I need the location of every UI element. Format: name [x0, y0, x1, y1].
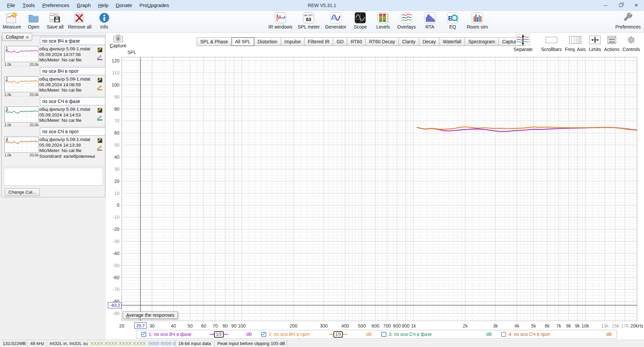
- trace-style-control[interactable]: [97, 55, 102, 60]
- measurement-number: 4: [6, 137, 8, 142]
- svg-text:60: 60: [201, 323, 207, 329]
- measurement-thumbnail[interactable]: 1 1,0k 20,0k: [4, 46, 39, 66]
- measurement-file: общ фильтр 5.09-1.mdat: [39, 77, 95, 82]
- close-button[interactable]: ×: [629, 0, 644, 11]
- trace-checkbox[interactable]: [501, 332, 506, 337]
- save-measurement-icon[interactable]: [97, 107, 103, 113]
- graph-tab[interactable]: SPL & Phase: [197, 37, 232, 46]
- controls-button[interactable]: Controls: [623, 34, 640, 52]
- svg-text:20: 20: [114, 179, 119, 184]
- measurement-list-empty-area[interactable]: [4, 168, 103, 186]
- main-toolbar: Measure Open Save all: [0, 11, 644, 33]
- room-sim-button[interactable]: Room sim: [467, 12, 488, 30]
- svg-text:400: 400: [341, 323, 349, 329]
- measurement-entry[interactable]: ✕ 2 1,0k: [2, 66, 105, 96]
- trace-checkbox[interactable]: [141, 332, 146, 337]
- graph-tab[interactable]: Distortion: [254, 37, 281, 46]
- scope-button[interactable]: Scope: [352, 12, 369, 30]
- trace-line-sample: [343, 334, 347, 335]
- legend-entry: 4: по оси СЧ в прот dB: [496, 332, 616, 337]
- spl-chart[interactable]: 1201101009080706050403020100-10-20-30-40…: [106, 33, 644, 340]
- svg-text:800: 800: [393, 323, 401, 329]
- save-measurement-icon[interactable]: [97, 137, 103, 143]
- measurement-name-input[interactable]: [40, 128, 105, 136]
- svg-text:-30: -30: [113, 239, 119, 244]
- menu-item[interactable]: Donate: [112, 0, 136, 10]
- trace-label: 3: по оси СЧ в фазе: [389, 332, 432, 337]
- smoothing-badge[interactable]: 1/3: [329, 331, 347, 338]
- graph-tabs: SPL & Phase All SPL Distortion Impulse F…: [197, 37, 525, 46]
- freq-axis-icon: [569, 36, 582, 44]
- separate-button[interactable]: Separate: [514, 34, 533, 52]
- measurement-name-input[interactable]: [40, 37, 105, 45]
- remove-all-button[interactable]: Remove all: [68, 12, 91, 30]
- graph-tab[interactable]: Decay: [419, 37, 440, 46]
- rta-button[interactable]: RTA: [421, 12, 439, 30]
- menu-item[interactable]: Tools: [19, 0, 39, 10]
- ir-windows-button[interactable]: IR windows: [268, 12, 292, 30]
- trace-line-sample: [224, 334, 228, 335]
- freq-axis-button[interactable]: Freq. Axis: [565, 34, 586, 52]
- spl-meter-button[interactable]: dB SPL 83 SPL meter: [298, 12, 320, 30]
- save-measurement-icon[interactable]: [97, 47, 103, 52]
- graph-tab[interactable]: Filtered IR: [304, 37, 333, 46]
- smoothing-badge[interactable]: 1/3: [210, 331, 228, 338]
- menu-item[interactable]: File: [3, 0, 19, 10]
- svg-text:90: 90: [231, 323, 237, 329]
- measurement-name-input[interactable]: [40, 67, 105, 75]
- trace-style-control[interactable]: [97, 115, 102, 120]
- trace-checkbox[interactable]: [381, 332, 386, 337]
- graph-tab[interactable]: RT60 Decay: [365, 37, 399, 46]
- graph-tab[interactable]: Spectrogram: [465, 37, 499, 46]
- menu-item[interactable]: Preferences: [39, 0, 73, 10]
- svg-text:8k: 8k: [566, 323, 572, 329]
- collapse-button[interactable]: Collapse «: [2, 33, 32, 41]
- measurement-entry[interactable]: ✕ 3 1,0k: [2, 96, 105, 127]
- graph-tab[interactable]: Waterfall: [439, 37, 465, 46]
- ir-windows-icon: [274, 12, 286, 24]
- trace-style-control[interactable]: [97, 145, 102, 151]
- actions-button[interactable]: Actions: [604, 34, 620, 52]
- generator-icon: [330, 12, 342, 24]
- svg-text:900: 900: [402, 323, 410, 329]
- trace-style-control[interactable]: [97, 85, 102, 90]
- overlays-button[interactable]: Overlays: [397, 12, 416, 30]
- open-folder-icon: [27, 12, 40, 24]
- info-button[interactable]: Info: [96, 12, 113, 30]
- save-measurement-icon[interactable]: [97, 77, 103, 83]
- graph-tab[interactable]: Impulse: [281, 37, 305, 46]
- graph-tab[interactable]: Clarity: [398, 37, 419, 46]
- scrollbars-button[interactable]: Scrollbars: [541, 34, 562, 52]
- restore-icon: [619, 4, 623, 7]
- graph-tab[interactable]: All SPL: [231, 37, 254, 46]
- measure-button[interactable]: Measure: [3, 12, 21, 30]
- menu-item[interactable]: Graph: [73, 0, 95, 10]
- preferences-button[interactable]: Preferences: [615, 12, 641, 30]
- measurement-thumbnail[interactable]: 2 1,0k 20,0k: [4, 76, 39, 97]
- svg-text:500: 500: [358, 323, 366, 329]
- trace-checkbox[interactable]: [261, 332, 266, 337]
- measurement-entry[interactable]: ✕ 4 1,0k: [2, 127, 105, 166]
- change-cal-button[interactable]: Change Cal...: [5, 188, 40, 196]
- capture-button[interactable]: Capture: [111, 35, 125, 48]
- svg-text:7k: 7k: [556, 323, 561, 329]
- menu-item[interactable]: Help: [94, 0, 112, 10]
- measurement-thumbnail[interactable]: 3 1,0k 20,0k: [4, 106, 39, 127]
- limits-button[interactable]: Limits: [589, 34, 601, 52]
- graph-tab[interactable]: RT60: [347, 37, 366, 46]
- pencil-icon: [97, 55, 102, 59]
- svg-text:dB SPL: dB SPL: [304, 14, 314, 17]
- measurement-mic: Mic/Meter: No cal file: [39, 88, 95, 93]
- levels-button[interactable]: 03 69 Levels: [374, 12, 392, 30]
- save-all-button[interactable]: Save all: [46, 12, 64, 30]
- eq-button[interactable]: E EQ: [444, 12, 462, 30]
- menu-item[interactable]: Pro Upgrades: [136, 0, 173, 10]
- measurement-thumbnail[interactable]: 4 1,0k 20,0k: [4, 137, 39, 157]
- generator-button[interactable]: Generator: [325, 12, 346, 30]
- minimize-button[interactable]: [598, 0, 613, 11]
- svg-text:2k: 2k: [463, 323, 468, 329]
- measurement-name-input[interactable]: [40, 97, 105, 105]
- open-button[interactable]: Open: [25, 12, 42, 30]
- maximize-button[interactable]: [613, 0, 629, 11]
- graph-tab[interactable]: GD: [333, 37, 347, 46]
